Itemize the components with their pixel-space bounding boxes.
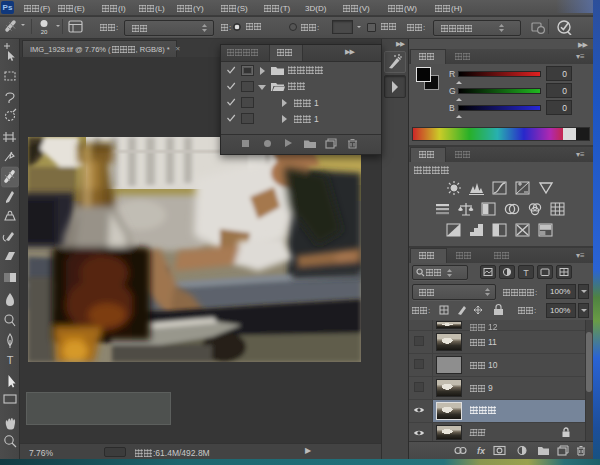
- svg-text:fx: fx: [477, 446, 486, 456]
- svg-text:T: T: [7, 354, 14, 366]
- svg-text:20: 20: [41, 29, 48, 35]
- svg-text:T: T: [523, 268, 529, 278]
